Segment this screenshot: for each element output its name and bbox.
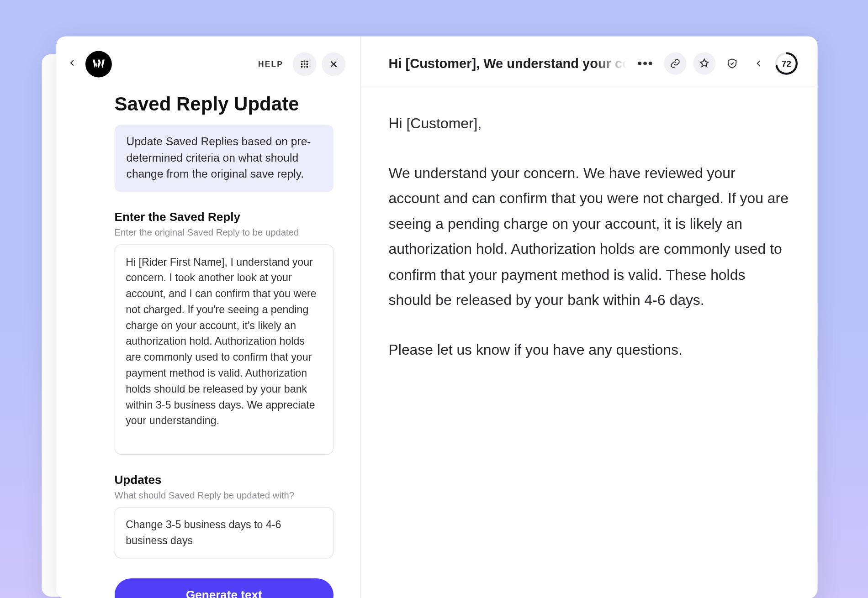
close-icon[interactable]	[322, 52, 345, 76]
left-pane: HELP Saved Reply Update Update Saved Rep…	[56, 37, 361, 598]
svg-point-5	[307, 63, 308, 65]
score-indicator[interactable]: 72	[775, 52, 798, 74]
back-icon[interactable]	[749, 53, 768, 73]
back-arrow-icon[interactable]	[64, 55, 80, 74]
left-header: HELP	[56, 37, 360, 78]
score-value: 72	[782, 58, 791, 68]
page-title: Saved Reply Update	[115, 93, 334, 115]
document-body[interactable]: Hi [Customer], We understand your concer…	[361, 87, 818, 410]
updates-sublabel: What should Saved Reply be updated with?	[115, 489, 334, 500]
output-paragraph: We understand your concern. We have revi…	[389, 160, 790, 313]
svg-point-6	[301, 66, 302, 68]
svg-point-4	[304, 63, 305, 65]
svg-point-8	[307, 66, 308, 68]
svg-point-3	[301, 63, 302, 65]
svg-point-7	[304, 66, 305, 68]
generate-button[interactable]: Generate text	[115, 578, 334, 598]
shield-icon[interactable]	[722, 53, 742, 73]
help-label[interactable]: HELP	[258, 59, 283, 68]
updates-label: Updates	[115, 473, 334, 487]
right-pane: Hi [Customer], We understand your concer…	[361, 37, 818, 598]
form-content: Saved Reply Update Update Saved Replies …	[56, 78, 360, 598]
svg-point-0	[301, 61, 302, 62]
updates-input[interactable]	[115, 507, 334, 558]
output-paragraph: Please let us know if you have any quest…	[389, 337, 790, 362]
svg-point-2	[307, 61, 308, 62]
saved-reply-sublabel: Enter the original Saved Reply to be upd…	[115, 227, 334, 237]
saved-reply-label: Enter the Saved Reply	[115, 210, 334, 224]
main-card: HELP Saved Reply Update Update Saved Rep…	[56, 37, 817, 598]
app-logo	[85, 51, 112, 78]
output-paragraph: Hi [Customer],	[389, 111, 790, 136]
right-header: Hi [Customer], We understand your concer…	[361, 37, 818, 88]
apps-grid-icon[interactable]	[292, 52, 316, 76]
more-options-icon[interactable]: •••	[634, 56, 657, 71]
svg-point-1	[304, 61, 305, 62]
link-icon[interactable]	[664, 52, 686, 74]
saved-reply-input[interactable]	[115, 244, 334, 455]
pin-icon[interactable]	[693, 52, 715, 74]
document-title[interactable]: Hi [Customer], We understand your concer…	[389, 56, 627, 71]
description-box: Update Saved Replies based on pre-determ…	[115, 124, 334, 192]
